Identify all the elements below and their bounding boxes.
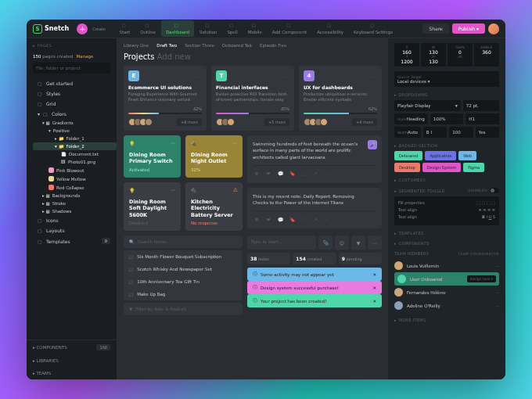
prop-cell[interactable]: ANGLE360° xyxy=(474,43,499,66)
team-member[interactable]: User OnboaredAssign task ▾ xyxy=(394,272,499,286)
prop-cell[interactable]: W130H130 xyxy=(421,43,446,66)
weight-field[interactable]: B I xyxy=(423,127,447,138)
user-avatar[interactable] xyxy=(488,23,499,34)
top-tab-add-component[interactable]: ▢Add Component xyxy=(268,20,311,37)
source-target-select[interactable]: Source TargetLocal devices ▾ xyxy=(394,71,499,87)
top-tab-outline[interactable]: ▢Outline xyxy=(135,20,160,37)
style-select[interactable]: StyleHeading xyxy=(394,113,428,124)
note-tool-icon[interactable]: 🔖 xyxy=(288,215,296,223)
prop-cell[interactable]: GAIN0dB xyxy=(448,43,473,66)
badge-chip[interactable]: Application xyxy=(425,151,456,160)
note-tool-icon[interactable]: ⬚ xyxy=(300,170,307,178)
project-card[interactable]: E⋯Ecommerce UI solutionsForaging Experie… xyxy=(124,66,207,131)
top-tab-solution[interactable]: ▢Solution xyxy=(195,20,221,37)
top-tab-spell[interactable]: ▢Spell xyxy=(222,20,242,37)
tree-gradients[interactable]: ▾ ▦ Gradients xyxy=(33,119,117,127)
search-result-item[interactable]: ▢Scotch Whisky And Newspaper Set xyxy=(124,263,243,275)
sidebar-search[interactable]: File, folder or project xyxy=(33,63,110,74)
breadcrumb-item[interactable]: Deboared Tab xyxy=(222,43,252,48)
badge-chip[interactable]: Web xyxy=(458,151,476,160)
create-button[interactable]: + xyxy=(77,23,88,34)
search-items-input[interactable]: 🔍 Search items... xyxy=(124,235,243,248)
filter-button[interactable]: ▼ Filter by date & Product xyxy=(124,303,243,315)
tree-folder1[interactable]: ▸ 📁 Folder_1 xyxy=(33,135,117,142)
note-tool-icon[interactable]: 👁 xyxy=(253,170,261,178)
breadcrumb-item[interactable]: Episode Five xyxy=(260,43,286,48)
top-tab-dashboard[interactable]: ▢Dashboard xyxy=(161,20,194,37)
manage-link[interactable]: Manage xyxy=(77,54,94,59)
device-card[interactable]: 💡⋯Dining Room Primary SwitchActivated xyxy=(124,135,181,178)
note-tool-icon[interactable]: ⋯ xyxy=(323,215,331,223)
search-result-item[interactable]: ▢10th Anniversary Tea Gift Tin xyxy=(124,275,243,288)
note-tool-icon[interactable]: ↗ xyxy=(311,170,319,178)
filter-icon[interactable]: ▼ xyxy=(351,235,365,250)
team-member[interactable]: Adeline O'Reilly⋯ xyxy=(394,299,499,312)
card-menu-icon[interactable]: ⋯ xyxy=(232,140,238,146)
note-tool-icon[interactable]: ❤ xyxy=(264,170,272,178)
top-tab-accessibility[interactable]: ▢Accessibility xyxy=(312,20,348,37)
tree-folder2[interactable]: ▾ 📁 Folder_2 xyxy=(33,142,117,150)
type-input[interactable]: Type to start... xyxy=(247,235,316,250)
more-icon[interactable]: ⋯ xyxy=(368,235,382,250)
sidebar-templates[interactable]: ▢Templates9 xyxy=(27,235,117,246)
project-card[interactable]: 4⋯UX for dashboardsProductize ubiquitous… xyxy=(299,66,382,131)
breadcrumb-item[interactable]: Section Three xyxy=(185,43,214,48)
search-result-item[interactable]: ▢Make Up Bag xyxy=(124,288,243,300)
device-card[interactable]: 🔌⋯Dining Room Night Outlet32% xyxy=(185,135,243,178)
card-menu-icon[interactable]: ⋯ xyxy=(372,74,377,79)
note-card[interactable]: This is my recent note. Daily Report: Re… xyxy=(247,188,382,229)
note-tool-icon[interactable]: ↗ xyxy=(311,215,319,223)
pct-field[interactable]: 100% xyxy=(430,113,464,124)
publish-button[interactable]: Publish ▾ xyxy=(452,23,485,34)
tracked-field[interactable]: 100 xyxy=(449,127,473,138)
card-menu-icon[interactable]: ⋯ xyxy=(284,74,289,79)
breadcrumb-item[interactable]: Draft Two xyxy=(156,43,177,48)
note-card[interactable]: 🎤Swimming hundreds of feet beneath the o… xyxy=(247,135,382,183)
sidebar-item-grid[interactable]: ▢Grid xyxy=(27,99,117,109)
badge-chip[interactable]: Figma xyxy=(463,163,484,172)
lineheight[interactable]: H1 xyxy=(466,113,499,124)
emoji-icon[interactable]: ☺ xyxy=(335,235,349,250)
voice-icon[interactable]: 🎤 xyxy=(368,140,377,149)
project-card[interactable]: T⋯Financial interfacesEvolve proactive R… xyxy=(211,66,294,131)
sidebar-icons[interactable]: ▢Icons xyxy=(27,215,117,225)
sidebar-item-styles[interactable]: ▢Styles xyxy=(27,88,117,99)
team-member[interactable]: Louis Vuillemin⋯ xyxy=(394,259,499,272)
tree-shadows[interactable]: ▸ ▦ Shadows xyxy=(33,207,117,215)
close-icon[interactable]: ✕ xyxy=(372,299,376,304)
add-new-link[interactable]: Add new xyxy=(157,52,191,61)
note-tool-icon[interactable]: 🔖 xyxy=(288,170,296,178)
swatch-pink-blowout[interactable]: Pink Blowout xyxy=(33,166,117,174)
device-card[interactable]: 🔌⚠Kitchen Electricity Battery ServerNo r… xyxy=(185,182,243,231)
note-tool-icon[interactable]: ⬚ xyxy=(300,215,307,223)
badge-chip[interactable]: Desktop xyxy=(394,163,420,172)
top-tab-start[interactable]: ▢Start xyxy=(115,20,135,37)
logo[interactable]: S Snetch xyxy=(33,24,69,34)
device-card[interactable]: 💡⋯Dining Room Soft Daylight 5600KDisable… xyxy=(124,182,181,231)
sidebar-section-components[interactable]: ▸ COMPONENTS168 xyxy=(27,340,117,354)
breadcrumb-item[interactable]: Library One xyxy=(124,43,149,48)
yes-field[interactable]: Yes xyxy=(476,127,499,138)
sidebar-item-get-started[interactable]: ▢Get started xyxy=(27,78,117,88)
sidebar-layouts[interactable]: ▢Layouts xyxy=(27,225,117,235)
note-tool-icon[interactable]: 💬 xyxy=(276,215,284,223)
sidebar-section-libraries[interactable]: ▸ LIBRARIES xyxy=(27,354,117,367)
prop-cell[interactable]: X160Y1200 xyxy=(394,43,419,66)
card-menu-icon[interactable]: ⋯ xyxy=(171,187,176,192)
swatch-yellow-mellow[interactable]: Yellow Mellow xyxy=(33,174,117,183)
note-tool-icon[interactable]: 👁 xyxy=(253,215,261,223)
tree-photo[interactable]: 🖼 Photo01.png xyxy=(33,158,117,166)
top-tab-mobile[interactable]: ▢Mobile xyxy=(243,20,267,37)
top-tab-keyboard-settings[interactable]: ▢Keyboard Settings xyxy=(349,20,397,37)
badge-chip[interactable]: Deboared xyxy=(394,151,422,160)
team-member[interactable]: Fernandes Hélène⋯ xyxy=(394,286,499,299)
note-tool-icon[interactable]: ❤ xyxy=(264,215,272,223)
card-menu-icon[interactable]: ⋯ xyxy=(171,140,176,146)
search-result-item[interactable]: ▢Six Month Flower Bouquet Subscription xyxy=(124,250,243,263)
sidebar-section-teams[interactable]: ▸ TEAMS xyxy=(27,367,117,379)
card-menu-icon[interactable]: ⋯ xyxy=(196,74,202,79)
font-select[interactable]: Playfair Display▾ xyxy=(394,100,461,111)
font-size[interactable]: 72 pt. xyxy=(463,100,499,111)
tree-document[interactable]: 📄 Document.txt xyxy=(33,150,117,158)
note-tool-icon[interactable]: 💬 xyxy=(276,170,284,178)
